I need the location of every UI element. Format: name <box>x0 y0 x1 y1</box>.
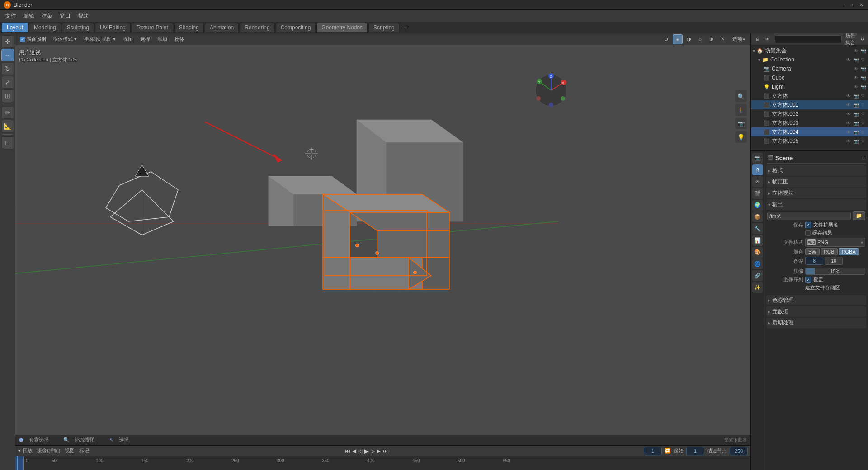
outliner-cube-002[interactable]: ⬛ 立方体.002 👁 📷 ▽ <box>751 109 868 118</box>
collection-eye[interactable]: 👁 <box>845 56 852 63</box>
tool-measure[interactable]: 📐 <box>1 120 14 132</box>
create-dir-option[interactable]: 建立文件存储区 <box>805 284 840 291</box>
current-frame-input[interactable]: 1 <box>644 447 662 455</box>
color-bw-btn[interactable]: BW <box>805 248 820 255</box>
next-frame-btn[interactable]: ▶ <box>377 448 381 454</box>
outliner-scene-collection[interactable]: ▾ 🏠 场景集合 👁 📷 <box>751 46 868 55</box>
tab-add[interactable]: + <box>401 23 411 33</box>
maximize-button[interactable]: □ <box>848 2 854 8</box>
prop-tab-modifier[interactable]: 🔧 <box>752 223 763 234</box>
stereo-section-header[interactable]: ▸ 立体视法 <box>766 188 866 198</box>
post-header[interactable]: ▸ 后期处理 <box>766 318 866 328</box>
coord-system[interactable]: 坐标系: 视图 ▾ <box>81 35 118 43</box>
prop-tab-view-layer[interactable]: 👁 <box>752 176 763 187</box>
cam-eye[interactable]: 👁 <box>853 66 859 72</box>
timeline-playback-label[interactable]: 回放 <box>23 447 33 454</box>
minimize-button[interactable]: — <box>838 2 844 8</box>
format-section-header[interactable]: ▸ 格式 <box>766 165 866 176</box>
add-menu[interactable]: 添加 <box>155 35 170 43</box>
mode-selector[interactable]: 物体模式 ▾ <box>50 35 80 43</box>
outliner-settings-btn[interactable]: ⚙ <box>860 35 865 43</box>
walk-navigate-btn[interactable]: 🚶 <box>735 104 747 116</box>
surface-project-checkbox[interactable]: ✓ 表面投射 <box>18 35 48 43</box>
select-menu[interactable]: 选择 <box>137 35 153 43</box>
outliner-search-input[interactable] <box>775 35 842 43</box>
outliner-cube[interactable]: ⬛ Cube 👁 📷 <box>751 73 868 82</box>
timeline-mode-btn[interactable]: ▾ <box>18 448 21 454</box>
scene-camera[interactable]: 📷 <box>860 47 866 54</box>
tab-rendering[interactable]: Rendering <box>240 23 274 32</box>
prop-tab-particles[interactable]: ✨ <box>752 282 763 293</box>
tab-shading[interactable]: Shading <box>174 23 204 32</box>
cubeZH-filter[interactable]: ▽ <box>860 93 866 99</box>
end-frame-input[interactable]: 250 <box>730 447 748 455</box>
jump-start-btn[interactable]: ⏮ <box>345 448 350 454</box>
outliner-light[interactable]: 💡 Light 👁 📷 <box>751 82 868 91</box>
prop-tab-render[interactable]: 📷 <box>752 153 763 164</box>
depth-16-btn[interactable]: 16 <box>825 257 843 265</box>
frame-range-section-header[interactable]: ▸ 帧范围 <box>766 177 866 187</box>
tool-cursor[interactable]: ✛ <box>1 35 14 48</box>
prop-tab-output[interactable]: 🖨 <box>752 164 763 175</box>
cache-checkbox[interactable] <box>805 230 811 236</box>
viewport-gizmo-btn[interactable]: ✕ <box>718 34 728 44</box>
tool-annotate[interactable]: ✏ <box>1 106 14 119</box>
outliner-cube-003[interactable]: ⬛ 立方体.003 👁 📷 ▽ <box>751 118 868 127</box>
color-rgb-btn[interactable]: RGB <box>821 248 838 255</box>
cube003-cam[interactable]: 📷 <box>853 120 859 126</box>
view-menu[interactable]: 视图 <box>120 35 136 43</box>
tool-scale[interactable]: ⤢ <box>1 76 14 89</box>
outliner-cube-001[interactable]: ⬛ 立方体.001 👁 📷 ▽ <box>751 100 868 109</box>
tab-layout[interactable]: Layout <box>2 23 28 32</box>
cube003-filter[interactable]: ▽ <box>860 120 866 126</box>
light-cam[interactable]: 📷 <box>860 84 866 90</box>
output-path-field[interactable]: /tmp\ <box>767 212 851 220</box>
tab-animation[interactable]: Animation <box>205 23 239 32</box>
prop-tab-scene[interactable]: 🎬 <box>752 188 763 199</box>
toggle-camera-btn[interactable]: 📷 <box>735 118 747 129</box>
prop-tab-object[interactable]: 📦 <box>752 212 763 222</box>
tab-compositing[interactable]: Compositing <box>276 23 316 32</box>
tab-sculpting[interactable]: Sculpting <box>62 23 94 32</box>
light-eye[interactable]: 👁 <box>853 84 859 90</box>
cube004-cam[interactable]: 📷 <box>853 129 859 135</box>
collection-cam[interactable]: 📷 <box>853 56 859 63</box>
cube-eye[interactable]: 👁 <box>853 75 859 81</box>
tab-scripting[interactable]: Scripting <box>368 23 400 32</box>
viewport-shading-solid[interactable]: ● <box>673 34 683 44</box>
timeline-view-label[interactable]: 视图 <box>65 447 75 454</box>
zoom-in-btn[interactable]: 🔍 <box>735 90 747 102</box>
cube-cam[interactable]: 📷 <box>860 75 866 81</box>
prev-keyframe-btn[interactable]: ◁ <box>358 448 362 454</box>
viewport-overlay-btn[interactable]: ⊕ <box>707 34 717 44</box>
output-section-header[interactable]: ▾ 输出 <box>766 199 866 210</box>
color-mgmt-header[interactable]: ▸ 色彩管理 <box>766 295 866 306</box>
tab-uv-editing[interactable]: UV Editing <box>95 23 131 32</box>
compress-slider[interactable]: 15% <box>805 268 865 275</box>
menu-help[interactable]: 帮助 <box>74 11 92 21</box>
overwrite-checkbox[interactable]: ✓ <box>805 277 811 283</box>
cube001-eye[interactable]: 👁 <box>845 102 852 108</box>
tab-modeling[interactable]: Modeling <box>29 23 61 32</box>
close-button[interactable]: ✕ <box>858 2 864 8</box>
cube005-cam[interactable]: 📷 <box>853 138 859 144</box>
outliner-cube-005[interactable]: ⬛ 立方体.005 👁 📷 ▽ <box>751 136 868 146</box>
viewport[interactable]: ✓ 表面投射 物体模式 ▾ 坐标系: 视图 ▾ 视图 选择 添加 物体 ⊙ ● … <box>15 33 750 470</box>
play-btn[interactable]: ▶ <box>364 447 369 455</box>
cubeZH-eye[interactable]: 👁 <box>845 93 852 99</box>
menu-window[interactable]: 窗口 <box>56 11 74 21</box>
cube004-filter[interactable]: ▽ <box>860 129 866 135</box>
cube001-filter[interactable]: ▽ <box>860 102 866 108</box>
prop-list-view-btn[interactable]: ≡ <box>862 155 865 161</box>
cube005-filter[interactable]: ▽ <box>860 138 866 144</box>
metadata-header[interactable]: ▸ 元数据 <box>766 306 866 317</box>
tool-add-cube[interactable]: □ <box>1 136 14 149</box>
cam-cam[interactable]: 📷 <box>860 66 866 72</box>
color-rgba-btn[interactable]: RGBA <box>839 248 859 255</box>
file-ext-checkbox[interactable]: ✓ <box>805 222 811 228</box>
cube002-cam[interactable]: 📷 <box>853 111 859 117</box>
tool-transform[interactable]: ⊞ <box>1 89 14 102</box>
toggle-light-btn[interactable]: 💡 <box>735 131 747 143</box>
tool-move[interactable]: ↔ <box>1 49 14 61</box>
cube001-cam[interactable]: 📷 <box>853 102 859 108</box>
